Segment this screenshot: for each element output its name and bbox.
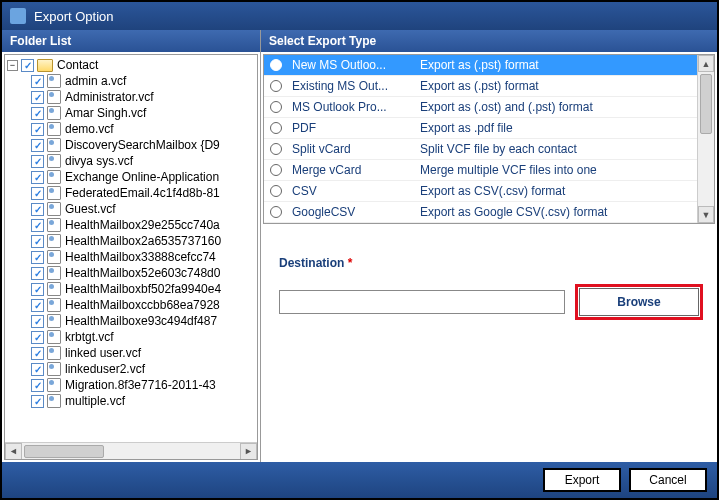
tree-item[interactable]: HealthMailbox29e255cc740a bbox=[7, 217, 255, 233]
vcard-icon bbox=[47, 154, 61, 168]
folder-list-header: Folder List bbox=[2, 30, 260, 52]
vcard-icon bbox=[47, 90, 61, 104]
checkbox[interactable] bbox=[31, 107, 44, 120]
cancel-button[interactable]: Cancel bbox=[629, 468, 707, 492]
scroll-thumb[interactable] bbox=[24, 445, 104, 458]
export-type-name: GoogleCSV bbox=[292, 205, 412, 219]
tree-item[interactable]: Administrator.vcf bbox=[7, 89, 255, 105]
tree-item[interactable]: HealthMailbox2a6535737160 bbox=[7, 233, 255, 249]
radio-button[interactable] bbox=[270, 206, 282, 218]
tree-item[interactable]: HealthMailboxbf502fa9940e4 bbox=[7, 281, 255, 297]
destination-label: Destination * bbox=[279, 256, 699, 270]
tree-item[interactable]: Migration.8f3e7716-2011-43 bbox=[7, 377, 255, 393]
checkbox[interactable] bbox=[31, 299, 44, 312]
collapse-icon[interactable]: − bbox=[7, 60, 18, 71]
tree-item[interactable]: HealthMailboxccbb68ea7928 bbox=[7, 297, 255, 313]
radio-button[interactable] bbox=[270, 101, 282, 113]
scroll-down-button[interactable]: ▼ bbox=[698, 206, 714, 223]
vcard-icon bbox=[47, 282, 61, 296]
export-type-name: Split vCard bbox=[292, 142, 412, 156]
footer: Export Cancel bbox=[2, 462, 717, 498]
export-type-row[interactable]: MS Outlook Pro...Export as (.ost) and (.… bbox=[264, 97, 714, 118]
export-button[interactable]: Export bbox=[543, 468, 621, 492]
checkbox[interactable] bbox=[31, 203, 44, 216]
tree-item-label: demo.vcf bbox=[65, 122, 114, 136]
export-type-name: PDF bbox=[292, 121, 412, 135]
checkbox[interactable] bbox=[31, 219, 44, 232]
checkbox[interactable] bbox=[31, 75, 44, 88]
export-type-row[interactable]: Merge vCardMerge multiple VCF files into… bbox=[264, 160, 714, 181]
tree-item-label: admin a.vcf bbox=[65, 74, 126, 88]
tree-item[interactable]: linked user.vcf bbox=[7, 345, 255, 361]
checkbox[interactable] bbox=[31, 187, 44, 200]
window-title: Export Option bbox=[34, 9, 114, 24]
tree-item[interactable]: demo.vcf bbox=[7, 121, 255, 137]
right-panel: Select Export Type New MS Outloo...Expor… bbox=[260, 30, 717, 462]
scroll-left-button[interactable]: ◄ bbox=[5, 443, 22, 460]
checkbox[interactable] bbox=[31, 91, 44, 104]
vcard-icon bbox=[47, 186, 61, 200]
tree-item[interactable]: DiscoverySearchMailbox {D9 bbox=[7, 137, 255, 153]
radio-button[interactable] bbox=[270, 59, 282, 71]
export-type-list[interactable]: New MS Outloo...Export as (.pst) formatE… bbox=[263, 54, 715, 224]
export-type-row[interactable]: CSVExport as CSV(.csv) format bbox=[264, 181, 714, 202]
tree-item[interactable]: krbtgt.vcf bbox=[7, 329, 255, 345]
export-type-row[interactable]: PDFExport as .pdf file bbox=[264, 118, 714, 139]
tree-root[interactable]: −Contact bbox=[7, 57, 255, 73]
checkbox[interactable] bbox=[31, 363, 44, 376]
export-type-row[interactable]: New MS Outloo...Export as (.pst) format bbox=[264, 55, 714, 76]
scroll-up-button[interactable]: ▲ bbox=[698, 55, 714, 72]
radio-button[interactable] bbox=[270, 164, 282, 176]
tree-item-label: krbtgt.vcf bbox=[65, 330, 114, 344]
checkbox[interactable] bbox=[31, 171, 44, 184]
export-type-name: Existing MS Out... bbox=[292, 79, 412, 93]
checkbox[interactable] bbox=[31, 235, 44, 248]
vcard-icon bbox=[47, 298, 61, 312]
tree-item-label: DiscoverySearchMailbox {D9 bbox=[65, 138, 220, 152]
tree-item-label: Amar Singh.vcf bbox=[65, 106, 146, 120]
vcard-icon bbox=[47, 314, 61, 328]
vertical-scrollbar[interactable]: ▲ ▼ bbox=[697, 55, 714, 223]
tree-item-label: HealthMailbox33888cefcc74 bbox=[65, 250, 216, 264]
checkbox[interactable] bbox=[31, 331, 44, 344]
checkbox[interactable] bbox=[31, 395, 44, 408]
export-type-desc: Merge multiple VCF files into one bbox=[420, 163, 708, 177]
radio-button[interactable] bbox=[270, 143, 282, 155]
tree-item[interactable]: FederatedEmail.4c1f4d8b-81 bbox=[7, 185, 255, 201]
radio-button[interactable] bbox=[270, 185, 282, 197]
tree-item[interactable]: multiple.vcf bbox=[7, 393, 255, 409]
tree-item[interactable]: divya sys.vcf bbox=[7, 153, 255, 169]
folder-tree[interactable]: −Contactadmin a.vcfAdministrator.vcfAmar… bbox=[4, 54, 258, 460]
checkbox[interactable] bbox=[31, 123, 44, 136]
export-type-row[interactable]: Split vCardSplit VCF file by each contac… bbox=[264, 139, 714, 160]
tree-item[interactable]: admin a.vcf bbox=[7, 73, 255, 89]
tree-item[interactable]: Guest.vcf bbox=[7, 201, 255, 217]
tree-item[interactable]: HealthMailboxe93c494df487 bbox=[7, 313, 255, 329]
browse-button[interactable]: Browse bbox=[579, 288, 699, 316]
checkbox[interactable] bbox=[31, 379, 44, 392]
radio-button[interactable] bbox=[270, 80, 282, 92]
destination-input[interactable] bbox=[279, 290, 565, 314]
checkbox[interactable] bbox=[31, 251, 44, 264]
tree-item[interactable]: HealthMailbox33888cefcc74 bbox=[7, 249, 255, 265]
export-type-row[interactable]: Existing MS Out...Export as (.pst) forma… bbox=[264, 76, 714, 97]
tree-item[interactable]: Amar Singh.vcf bbox=[7, 105, 255, 121]
checkbox[interactable] bbox=[31, 139, 44, 152]
radio-button[interactable] bbox=[270, 122, 282, 134]
tree-item[interactable]: HealthMailbox52e603c748d0 bbox=[7, 265, 255, 281]
checkbox[interactable] bbox=[31, 315, 44, 328]
checkbox[interactable] bbox=[21, 59, 34, 72]
titlebar: Export Option bbox=[2, 2, 717, 30]
tree-item[interactable]: Exchange Online-Application bbox=[7, 169, 255, 185]
vcard-icon bbox=[47, 250, 61, 264]
tree-item[interactable]: linkeduser2.vcf bbox=[7, 361, 255, 377]
scroll-thumb[interactable] bbox=[700, 74, 712, 134]
checkbox[interactable] bbox=[31, 283, 44, 296]
checkbox[interactable] bbox=[31, 267, 44, 280]
export-type-row[interactable]: GoogleCSVExport as Google CSV(.csv) form… bbox=[264, 202, 714, 223]
horizontal-scrollbar[interactable]: ◄ ► bbox=[5, 442, 257, 459]
vcard-icon bbox=[47, 74, 61, 88]
checkbox[interactable] bbox=[31, 155, 44, 168]
checkbox[interactable] bbox=[31, 347, 44, 360]
scroll-right-button[interactable]: ► bbox=[240, 443, 257, 460]
